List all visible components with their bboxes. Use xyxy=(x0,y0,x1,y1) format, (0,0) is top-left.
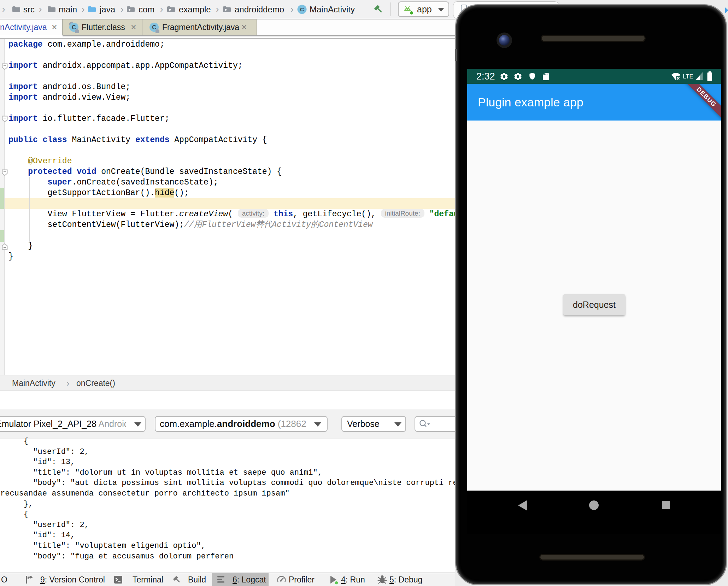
svg-text:C: C xyxy=(300,6,304,12)
svg-text:C: C xyxy=(72,24,76,30)
svg-text:C: C xyxy=(152,24,156,30)
